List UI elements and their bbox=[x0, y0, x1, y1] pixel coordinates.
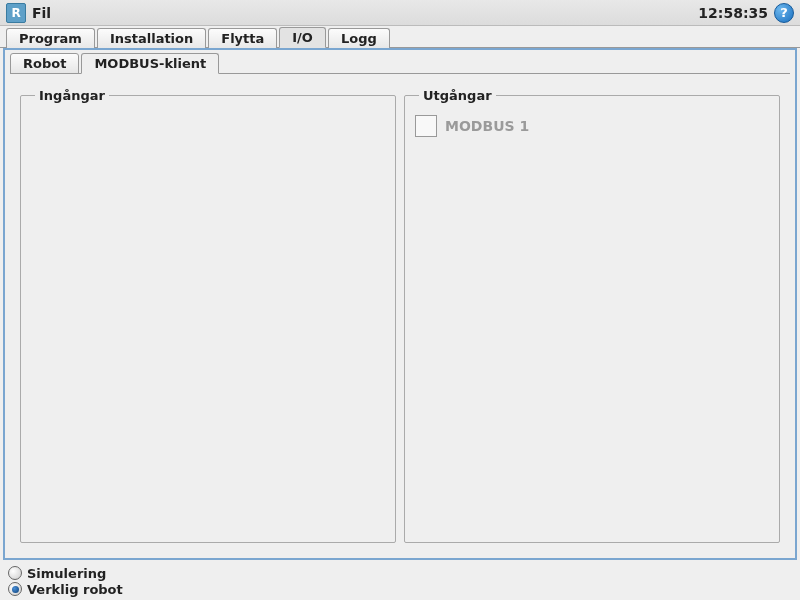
app-logo: R bbox=[6, 3, 26, 23]
file-menu[interactable]: Fil bbox=[32, 5, 51, 21]
radio-real-robot-label: Verklig robot bbox=[27, 582, 123, 597]
tab-logg[interactable]: Logg bbox=[328, 28, 390, 48]
tab-flytta[interactable]: Flytta bbox=[208, 28, 277, 48]
sub-tab-strip: Robot MODBUS-klient bbox=[5, 50, 795, 74]
output-label-modbus-1: MODBUS 1 bbox=[445, 118, 529, 134]
subtab-robot[interactable]: Robot bbox=[10, 53, 79, 74]
tab-io[interactable]: I/O bbox=[279, 27, 326, 48]
help-icon[interactable]: ? bbox=[774, 3, 794, 23]
footer: Simulering Verklig robot bbox=[0, 562, 800, 600]
sub-content: Ingångar Utgångar MODBUS 1 bbox=[10, 73, 790, 553]
content-area: Robot MODBUS-klient Ingångar Utgångar MO… bbox=[3, 48, 797, 560]
inputs-panel: Ingångar bbox=[20, 88, 396, 543]
main-tab-strip: Program Installation Flytta I/O Logg bbox=[0, 26, 800, 48]
title-bar: R Fil 12:58:35 ? bbox=[0, 0, 800, 26]
outputs-panel: Utgångar MODBUS 1 bbox=[404, 88, 780, 543]
inputs-panel-title: Ingångar bbox=[35, 88, 109, 103]
radio-simulation[interactable]: Simulering bbox=[8, 566, 792, 581]
output-row-modbus-1: MODBUS 1 bbox=[415, 115, 769, 137]
tab-installation[interactable]: Installation bbox=[97, 28, 206, 48]
tab-program[interactable]: Program bbox=[6, 28, 95, 48]
radio-simulation-label: Simulering bbox=[27, 566, 106, 581]
output-checkbox-modbus-1[interactable] bbox=[415, 115, 437, 137]
radio-simulation-indicator bbox=[8, 566, 22, 580]
clock: 12:58:35 bbox=[698, 5, 768, 21]
radio-real-robot[interactable]: Verklig robot bbox=[8, 582, 792, 597]
subtab-modbus-klient[interactable]: MODBUS-klient bbox=[81, 53, 219, 74]
app-logo-text: R bbox=[11, 6, 20, 20]
outputs-panel-title: Utgångar bbox=[419, 88, 496, 103]
radio-real-robot-indicator bbox=[8, 582, 22, 596]
